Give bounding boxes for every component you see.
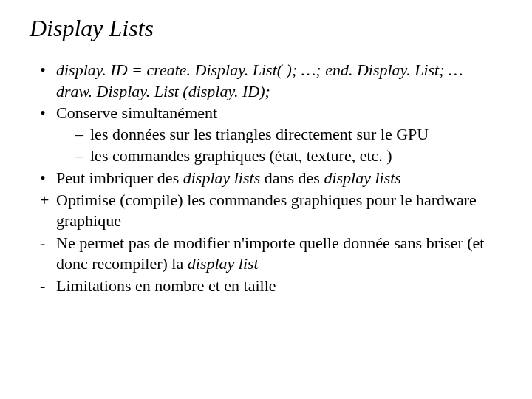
- bullet-item-nepermet: - Ne permet pas de modifier n'importe qu…: [40, 233, 502, 275]
- sub-item: – les commandes graphiques (état, textur…: [75, 146, 502, 167]
- text-part: Ne permet pas de modifier n'importe quel…: [56, 233, 484, 273]
- dash-marker: –: [75, 124, 83, 146]
- bullet-item-optimise: + Optimise (compile) les commandes graph…: [40, 190, 502, 232]
- text-part: dans des: [260, 168, 324, 187]
- text-part: Peut imbriquer des: [56, 168, 183, 187]
- text-emphasis: display lists: [183, 168, 261, 187]
- minus-marker: -: [40, 276, 53, 297]
- bullet-text: Conserve simultanément: [56, 103, 217, 122]
- sub-text: les données sur les triangles directemen…: [90, 125, 429, 143]
- minus-marker: -: [40, 233, 53, 254]
- bullet-text: Peut imbriquer des display lists dans de…: [56, 168, 401, 187]
- slide-content: • display. ID = create. Display. List( )…: [30, 60, 502, 297]
- bullet-list: • display. ID = create. Display. List( )…: [30, 60, 502, 297]
- text-emphasis: display list: [188, 254, 259, 273]
- plus-marker: +: [40, 190, 53, 211]
- slide-title: Display Lists: [30, 15, 502, 42]
- bullet-item-imbrique: • Peut imbriquer des display lists dans …: [40, 168, 502, 189]
- bullet-text: Limitations en nombre et en taille: [56, 276, 276, 295]
- dash-marker: –: [75, 146, 83, 167]
- sub-list: – les données sur les triangles directem…: [56, 124, 502, 167]
- text-emphasis: display lists: [324, 168, 401, 187]
- sub-item: – les données sur les triangles directem…: [75, 124, 502, 146]
- bullet-text: display. ID = create. Display. List( ); …: [56, 61, 463, 100]
- bullet-item-code: • display. ID = create. Display. List( )…: [40, 60, 502, 102]
- slide: Display Lists • display. ID = create. Di…: [0, 0, 532, 399]
- bullet-marker: •: [40, 103, 53, 124]
- bullet-marker: •: [40, 60, 53, 81]
- bullet-text: Ne permet pas de modifier n'importe quel…: [56, 233, 484, 273]
- bullet-item-conserve: • Conserve simultanément – les données s…: [40, 103, 502, 167]
- bullet-marker: •: [40, 168, 53, 189]
- bullet-text: Optimise (compile) les commandes graphiq…: [56, 191, 477, 231]
- sub-text: les commandes graphiques (état, texture,…: [90, 146, 392, 165]
- bullet-item-limitations: - Limitations en nombre et en taille: [40, 276, 502, 297]
